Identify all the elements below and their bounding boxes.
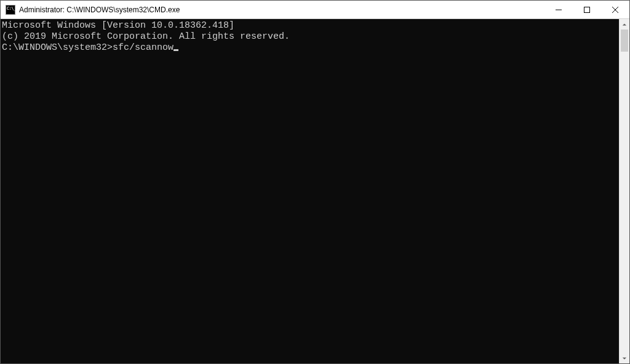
titlebar[interactable]: Administrator: C:\WINDOWS\system32\CMD.e… <box>1 1 629 19</box>
maximize-icon <box>584 7 590 13</box>
minimize-icon <box>556 7 562 13</box>
prompt-line: C:\WINDOWS\system32>sfc/scannow <box>2 42 619 53</box>
command-input[interactable]: sfc/scannow <box>113 42 173 53</box>
close-icon <box>612 7 618 13</box>
terminal-output[interactable]: Microsoft Windows [Version 10.0.18362.41… <box>1 19 619 363</box>
scroll-down-button[interactable] <box>620 353 629 363</box>
window-controls <box>544 1 629 18</box>
scroll-up-button[interactable] <box>620 19 629 30</box>
minimize-button[interactable] <box>544 1 573 18</box>
maximize-button[interactable] <box>573 1 601 18</box>
chevron-up-icon <box>622 22 627 27</box>
client-area: Microsoft Windows [Version 10.0.18362.41… <box>1 19 629 363</box>
vertical-scrollbar[interactable] <box>619 19 629 363</box>
prompt: C:\WINDOWS\system32> <box>2 42 113 53</box>
output-line: (c) 2019 Microsoft Corporation. All righ… <box>2 31 619 42</box>
window-title: Administrator: C:\WINDOWS\system32\CMD.e… <box>19 6 180 14</box>
output-line: Microsoft Windows [Version 10.0.18362.41… <box>2 20 619 31</box>
scroll-track[interactable] <box>620 30 629 353</box>
close-button[interactable] <box>601 1 629 18</box>
svg-rect-1 <box>584 7 590 12</box>
cmd-window: Administrator: C:\WINDOWS\system32\CMD.e… <box>0 0 630 364</box>
cmd-icon <box>6 5 15 15</box>
scroll-thumb[interactable] <box>621 30 628 52</box>
chevron-down-icon <box>622 356 627 361</box>
cursor <box>173 49 178 51</box>
